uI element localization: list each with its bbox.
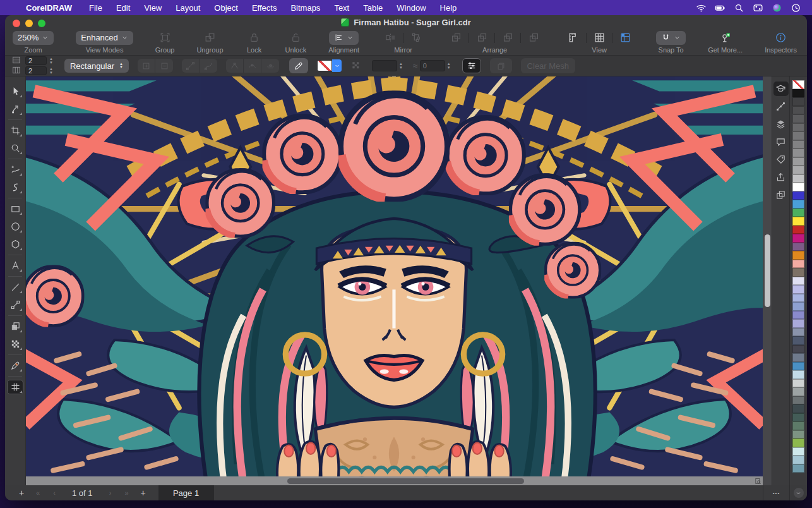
symmetrical-node-button[interactable] [261,59,279,73]
color-swatch[interactable] [792,464,804,473]
menu-edit[interactable]: Edit [109,3,137,13]
delete-intersection-button[interactable] [155,59,173,73]
color-swatch[interactable] [792,362,804,371]
tool-shape[interactable] [7,102,23,116]
grid-toggle-button[interactable] [590,31,608,45]
vertical-scrollbar-thumb[interactable] [765,234,770,307]
color-swatch[interactable] [792,200,804,209]
color-swatch[interactable] [792,243,804,251]
smooth-node-button[interactable] [244,59,261,73]
siri-icon[interactable] [769,2,784,13]
copy-mesh-button[interactable] [490,58,512,73]
more-options-button[interactable]: ••• [763,485,789,500]
color-swatch[interactable] [792,191,804,200]
palette-expand-button[interactable] [794,488,804,498]
clock-icon[interactable] [788,2,803,13]
color-swatch[interactable] [792,438,804,447]
convert-to-curve-button[interactable] [200,59,217,73]
first-page-button[interactable]: « [30,489,45,497]
menu-text[interactable]: Text [327,3,356,13]
horizontal-scrollbar[interactable] [26,476,763,485]
snap-to-dropdown[interactable] [656,31,686,45]
fill-color-dropdown[interactable] [332,59,342,72]
add-intersection-button[interactable] [138,59,155,73]
color-swatch[interactable] [792,148,804,157]
color-swatch[interactable] [792,456,804,464]
color-swatch[interactable] [792,131,804,140]
mesh-options-button[interactable] [462,58,481,73]
tool-pick[interactable] [7,84,23,99]
convert-to-line-button[interactable] [182,59,200,73]
page-zoom-icon[interactable] [754,477,762,485]
horizontal-scrollbar-thumb[interactable] [287,478,524,484]
tool-text[interactable] [7,258,23,273]
tool-mesh-fill[interactable] [7,380,23,394]
to-front-button[interactable] [447,31,465,45]
color-swatch[interactable] [792,166,804,174]
color-swatch[interactable] [792,157,804,166]
tool-crop[interactable] [7,123,23,138]
color-swatch[interactable] [792,387,804,396]
hints-inspector-icon[interactable] [773,82,789,96]
color-swatch[interactable] [792,183,804,191]
color-swatch[interactable] [792,140,804,149]
tool-polygon[interactable] [7,237,23,251]
group-button[interactable] [156,31,174,45]
menu-object[interactable]: Object [207,3,245,13]
inspectors-button[interactable] [772,31,790,45]
back-one-button[interactable] [525,31,542,45]
unlock-button[interactable] [287,31,304,45]
color-swatch[interactable] [792,353,804,362]
alignment-dropdown[interactable] [329,31,359,45]
color-swatch[interactable] [792,277,804,286]
transparency-field[interactable] [372,60,397,71]
tool-ellipse[interactable] [7,219,23,234]
tool-pattern-fill[interactable] [7,337,23,351]
color-swatch[interactable] [792,251,804,260]
color-swatch[interactable] [792,345,804,354]
menu-effects[interactable]: Effects [245,3,284,13]
add-page-start-button[interactable]: + [14,488,29,498]
menu-window[interactable]: Window [390,3,433,13]
color-swatch[interactable] [792,413,804,422]
color-swatch[interactable] [792,421,804,430]
color-swatch[interactable] [792,447,804,456]
wifi-icon[interactable] [693,2,708,13]
tool-artistic-media[interactable] [7,180,23,195]
color-swatch[interactable] [792,97,804,106]
forward-one-button[interactable] [499,31,516,45]
tool-line[interactable] [7,280,23,294]
add-page-end-button[interactable]: + [136,488,151,498]
mesh-rows-stepper[interactable]: ▲▼ [49,57,53,64]
mesh-type-select[interactable]: Rectangular ▲▼ [64,59,129,73]
tool-drop-shadow[interactable] [7,319,23,334]
color-swatch[interactable] [792,209,804,217]
color-swatch[interactable] [792,268,804,277]
clear-mesh-button[interactable]: Clear Mesh [521,58,575,73]
transform-inspector-icon[interactable] [773,99,789,114]
menu-file[interactable]: File [82,3,109,13]
tool-rectangle[interactable] [7,202,23,216]
mesh-columns-field[interactable] [25,66,47,75]
menu-layout[interactable]: Layout [169,3,207,13]
color-swatch[interactable] [792,302,804,311]
page-tab[interactable]: Page 1 [158,485,214,500]
menu-view[interactable]: View [137,3,169,13]
guidelines-toggle-button[interactable] [616,31,634,45]
last-page-button[interactable]: » [119,489,134,497]
transparency-stepper[interactable]: ▲▼ [399,62,403,70]
lock-button[interactable] [246,31,263,45]
mesh-rows-field[interactable] [25,56,47,65]
color-swatch[interactable] [792,226,804,234]
prev-page-button[interactable]: ‹ [47,489,62,497]
spotlight-search-icon[interactable] [731,2,746,13]
ungroup-button[interactable] [201,31,218,45]
tool-connector[interactable] [7,298,23,312]
menu-coreldraw[interactable]: CorelDRAW [19,3,82,13]
color-swatch[interactable] [792,294,804,303]
control-center-icon[interactable] [750,2,765,13]
properties-inspector-icon[interactable] [773,152,789,167]
color-swatch[interactable] [792,328,804,337]
drawing-canvas[interactable] [26,76,763,485]
color-swatch[interactable] [792,404,804,413]
